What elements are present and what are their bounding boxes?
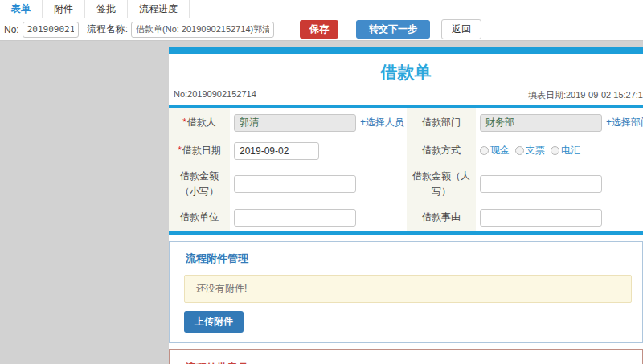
back-button[interactable]: 返回 [441, 19, 481, 39]
loan-unit-input[interactable] [234, 209, 356, 227]
wire-transfer-radio[interactable] [551, 146, 559, 155]
amount-uppercase-input[interactable] [480, 175, 602, 193]
loan-date-label: *借款日期 [169, 137, 230, 165]
loan-unit-label: 借款单位 [169, 203, 230, 231]
action-toolbar: No: 流程名称: 保存 转交下一步 返回 [0, 18, 643, 41]
loan-date-input[interactable] [234, 142, 319, 160]
loan-method-radios: 现金 支票 电汇 [480, 144, 586, 157]
cash-radio-label[interactable]: 现金 [490, 144, 510, 157]
required-asterisk: * [182, 117, 186, 128]
department-input[interactable] [480, 114, 602, 132]
no-input[interactable] [23, 22, 79, 38]
amount-uppercase-label: 借款金额（大写） [407, 165, 476, 203]
no-attachments-alert: 还没有附件! [184, 275, 632, 303]
form-number: No:20190902152714 [174, 89, 256, 101]
tab-approval[interactable]: 签批 [85, 0, 128, 18]
select-department-link[interactable]: +选择部门 [606, 116, 643, 129]
save-button[interactable]: 保存 [300, 20, 338, 39]
form-info-row: No:20190902152714 填表日期:2019-09-02 15:27:… [169, 89, 643, 105]
loan-reason-input[interactable] [480, 209, 602, 227]
app-window: 表单 附件 签批 流程进度 No: 流程名称: 保存 转交下一步 返回 借款单 … [0, 0, 643, 364]
cash-radio[interactable] [480, 146, 489, 155]
loan-reason-label: 借款事由 [407, 203, 476, 231]
upload-attachment-button[interactable]: 上传附件 [184, 311, 244, 333]
amount-lowercase-label: 借款金额（小写） [169, 165, 230, 203]
borrower-label: *借款人 [169, 108, 230, 137]
required-asterisk: * [178, 145, 182, 156]
divider-bar-bottom [169, 231, 643, 235]
loan-method-label: 借款方式 [407, 137, 476, 165]
cheque-radio-label[interactable]: 支票 [526, 144, 545, 157]
amount-lowercase-input[interactable] [234, 175, 356, 193]
top-accent-bar [169, 47, 643, 54]
loan-form-fields: *借款人 +选择人员 借款部门 +选择部门 *借款日期 借款 [169, 108, 643, 231]
content-area: 借款单 No:20190902152714 填表日期:2019-09-02 15… [0, 41, 643, 363]
form-panel: 借款单 No:20190902152714 填表日期:2019-09-02 15… [169, 47, 643, 364]
approval-section-title: 流程签批意见 [170, 361, 642, 364]
page-title: 借款单 [169, 54, 643, 89]
tab-attachments[interactable]: 附件 [43, 0, 85, 18]
approval-comments-section: 流程签批意见 B I abc ✗ ∞ ∞ ⚑ 1≡ •≡ [169, 349, 643, 364]
no-label: No: [4, 24, 19, 35]
next-step-button[interactable]: 转交下一步 [356, 20, 430, 39]
tab-bar: 表单 附件 签批 流程进度 [0, 0, 643, 18]
department-label: 借款部门 [407, 108, 476, 137]
process-name-label: 流程名称: [87, 22, 128, 36]
select-person-link[interactable]: +选择人员 [360, 116, 404, 129]
borrower-input[interactable] [234, 114, 356, 132]
cheque-radio[interactable] [515, 146, 524, 155]
process-name-input[interactable] [131, 22, 274, 38]
tab-process-progress[interactable]: 流程进度 [128, 0, 190, 18]
attachments-section: 流程附件管理 还没有附件! 上传附件 [169, 241, 643, 343]
attachments-section-title: 流程附件管理 [170, 252, 642, 266]
wire-transfer-radio-label[interactable]: 电汇 [561, 144, 580, 157]
form-fill-date: 填表日期:2019-09-02 15:27:1 [528, 89, 643, 101]
tab-form[interactable]: 表单 [0, 0, 43, 18]
